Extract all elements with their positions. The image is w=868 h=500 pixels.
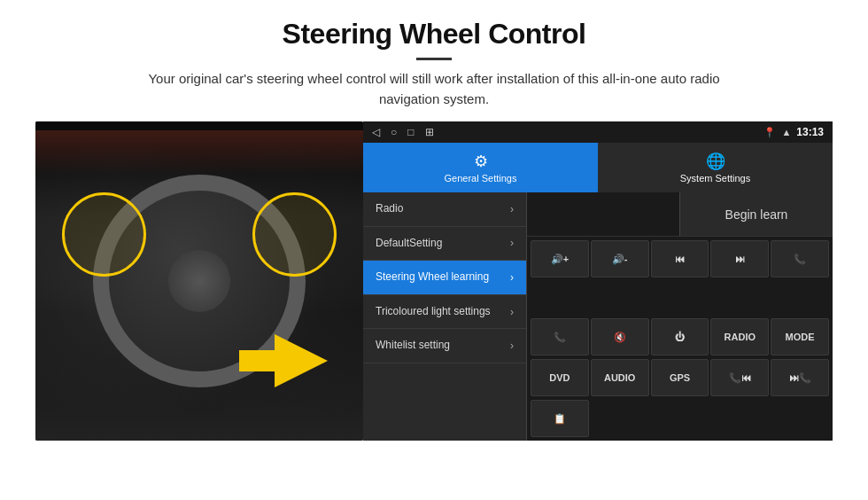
chevron-icon: › (510, 203, 514, 215)
vol-down-button[interactable]: 🔊- (591, 240, 649, 277)
menu-item-steering-label: Steering Wheel learning (376, 270, 489, 285)
controls-top-row: Begin learn (527, 192, 833, 237)
buttons-grid-row4: 📋 (527, 400, 833, 441)
phone-icon: 📞 (794, 254, 806, 265)
phone-skipback-icon: 📞⏮ (729, 372, 751, 384)
status-bar: ◁ ○ □ ⊞ 📍 ▲ 13:13 (363, 121, 833, 143)
arrow-pointer (239, 334, 328, 387)
mode-button[interactable]: MODE (771, 318, 829, 355)
menu-list: Radio › DefaultSetting › Steering Wheel … (363, 192, 527, 441)
home-nav-icon[interactable]: ○ (391, 126, 397, 138)
back-nav-icon[interactable]: ◁ (372, 126, 380, 138)
signal-icon: ▲ (781, 127, 791, 137)
skipforward-phone-icon: ⏭📞 (789, 372, 811, 384)
location-icon: 📍 (763, 127, 776, 138)
steering-wheel (35, 121, 363, 441)
status-left: ◁ ○ □ ⊞ (372, 126, 434, 138)
page-subtitle: Your original car's steering wheel contr… (133, 69, 735, 109)
menu-item-steering-wheel[interactable]: Steering Wheel learning › (363, 261, 526, 295)
phone-skipback-button[interactable]: 📞⏮ (710, 359, 769, 396)
android-ui: ◁ ○ □ ⊞ 📍 ▲ 13:13 ⚙ General Settings (363, 121, 833, 441)
gps-label: GPS (670, 372, 690, 383)
skip-forward-icon: ⏭ (735, 254, 745, 264)
arrow-tail (239, 350, 275, 371)
power-button[interactable]: ⏻ (651, 318, 709, 355)
list-icon: 📋 (554, 413, 566, 425)
buttons-grid-row1: 🔊+ 🔊- ⏮ ⏭ 📞 (527, 237, 833, 318)
call-button[interactable]: 📞 (531, 318, 589, 355)
gps-button[interactable]: GPS (651, 359, 709, 396)
buttons-grid-row2: 📞 🔇 ⏻ RADIO MODE (527, 318, 833, 359)
buttons-grid-row3: DVD AUDIO GPS 📞⏮ ⏭📞 (527, 359, 833, 400)
phone-button[interactable]: 📞 (771, 240, 829, 277)
menu-nav-icon[interactable]: ⊞ (425, 126, 434, 138)
menu-item-radio[interactable]: Radio › (363, 192, 526, 227)
title-divider (416, 58, 452, 60)
skip-forward-button[interactable]: ⏭ (710, 240, 769, 277)
system-settings-label: System Settings (680, 173, 750, 184)
chevron-icon: › (510, 306, 514, 318)
menu-item-whitelist[interactable]: Whitelist setting › (363, 329, 526, 363)
mode-label: MODE (786, 332, 815, 342)
chevron-icon: › (510, 340, 514, 352)
skip-back-icon: ⏮ (675, 254, 685, 264)
vol-up-icon: 🔊+ (551, 254, 569, 265)
menu-item-radio-label: Radio (376, 202, 403, 216)
settings-tabs: ⚙ General Settings 🌐 System Settings (363, 143, 833, 192)
page-container: Steering Wheel Control Your original car… (0, 0, 868, 449)
audio-label: AUDIO (604, 372, 635, 383)
call-icon: 📞 (554, 332, 566, 343)
title-section: Steering Wheel Control Your original car… (35, 18, 833, 109)
highlight-circle-right (252, 192, 337, 277)
mute-icon: 🔇 (614, 332, 626, 343)
radio-button[interactable]: RADIO (710, 318, 769, 355)
status-time: 13:13 (796, 126, 824, 138)
vol-up-button[interactable]: 🔊+ (531, 240, 589, 277)
vol-down-icon: 🔊- (612, 254, 628, 265)
skip-back-button[interactable]: ⏮ (651, 240, 709, 277)
general-settings-icon: ⚙ (474, 152, 488, 171)
page-title: Steering Wheel Control (35, 18, 833, 51)
menu-item-tricoloured-label: Tricoloured light settings (376, 305, 491, 319)
content-area: ◁ ○ □ ⊞ 📍 ▲ 13:13 ⚙ General Settings (35, 121, 833, 441)
skipforward-phone-button[interactable]: ⏭📞 (771, 359, 829, 396)
mute-button[interactable]: 🔇 (591, 318, 649, 355)
menu-item-tricoloured[interactable]: Tricoloured light settings › (363, 295, 526, 330)
arrow-head (275, 334, 328, 387)
empty-area (527, 192, 679, 236)
recents-nav-icon[interactable]: □ (407, 126, 414, 138)
tab-general-settings[interactable]: ⚙ General Settings (363, 143, 598, 192)
list-button[interactable]: 📋 (531, 400, 589, 437)
system-settings-icon: 🌐 (706, 152, 725, 171)
main-content: Radio › DefaultSetting › Steering Wheel … (363, 192, 833, 441)
status-right: 📍 ▲ 13:13 (763, 126, 824, 138)
car-image (35, 121, 363, 441)
power-icon: ⏻ (675, 332, 685, 342)
dvd-label: DVD (549, 372, 570, 383)
dvd-button[interactable]: DVD (531, 359, 589, 396)
general-settings-label: General Settings (445, 173, 517, 184)
chevron-icon: › (510, 237, 514, 249)
highlight-circle-left (62, 192, 146, 277)
tab-system-settings[interactable]: 🌐 System Settings (598, 143, 833, 192)
controls-panel: Begin learn 🔊+ 🔊- ⏮ (527, 192, 833, 441)
chevron-icon: › (510, 271, 514, 284)
radio-label: RADIO (725, 332, 756, 342)
begin-learn-button[interactable]: Begin learn (679, 192, 833, 236)
menu-item-defaultsetting-label: DefaultSetting (376, 237, 442, 251)
steering-wheel-hub (168, 250, 230, 312)
menu-item-defaultsetting[interactable]: DefaultSetting › (363, 227, 526, 262)
audio-button[interactable]: AUDIO (591, 359, 649, 396)
menu-item-whitelist-label: Whitelist setting (376, 339, 450, 353)
